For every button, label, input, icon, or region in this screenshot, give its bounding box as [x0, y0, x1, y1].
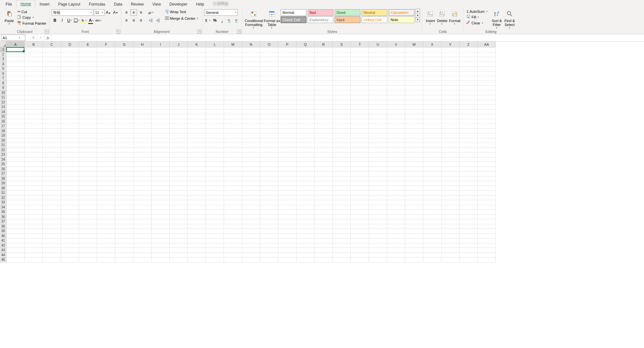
align-right-button[interactable]: ≡ — [138, 17, 144, 24]
tab-developer[interactable]: Developer — [165, 0, 192, 8]
align-left-button[interactable]: ≡ — [123, 17, 130, 24]
insert-caret-icon: ▾ — [430, 23, 431, 25]
align-center-button[interactable]: ≡ — [130, 17, 137, 24]
percent-button[interactable]: % — [211, 17, 218, 24]
increase-font-button[interactable]: A▲ — [105, 9, 112, 16]
tab-view[interactable]: View — [148, 0, 165, 8]
number-launcher[interactable]: ↘ — [237, 30, 241, 34]
copy-icon — [17, 15, 21, 20]
group-clipboard: Paste ▾ ✂ Cut Copy ▾ Format Painter — [0, 8, 50, 34]
svg-rect-21 — [252, 12, 253, 13]
merge-icon — [165, 16, 169, 21]
increase-decimal-button[interactable]: .00 — [226, 17, 233, 24]
phonetic-guide-button[interactable]: abc — [95, 17, 102, 24]
copy-button[interactable]: Copy ▾ — [16, 15, 47, 20]
align-top-button[interactable]: ≡ — [123, 9, 130, 16]
insert-cells-button[interactable]: + Insert▾ — [424, 9, 436, 25]
find-icon — [505, 9, 514, 18]
group-number: General▾ $ % , .00 .00 Number ↘ — [202, 8, 242, 34]
border-button[interactable] — [73, 17, 80, 24]
delete-cells-label: Delete — [437, 19, 448, 23]
merge-center-button[interactable]: Merge & Center ▾ — [164, 16, 200, 21]
wrap-text-label: Wrap Text — [170, 10, 186, 14]
tab-data[interactable]: Data — [110, 0, 126, 8]
find-select-button[interactable]: Find & Select▾ — [503, 9, 516, 29]
fill-button[interactable]: Fill ▾ — [465, 14, 489, 20]
increase-indent-button[interactable] — [155, 17, 161, 24]
tab-help[interactable]: Help — [192, 0, 209, 8]
format-painter-button[interactable]: Format Painter — [16, 21, 47, 26]
cell-style-good[interactable]: Good — [335, 9, 360, 16]
font-launcher[interactable]: ↘ — [116, 30, 120, 34]
accounting-format-button[interactable]: $ — [204, 17, 211, 24]
conditional-formatting-button[interactable]: Conditional Formatting▾ — [244, 9, 263, 29]
paste-button[interactable]: Paste ▾ — [2, 9, 16, 25]
cell-style-neutral[interactable]: Neutral — [362, 9, 387, 16]
cell-style-normal[interactable]: Normal — [281, 9, 306, 16]
format-as-table-button[interactable]: Format as Table▾ — [263, 9, 280, 29]
clear-button[interactable]: Clear ▾ — [465, 20, 489, 26]
tab-insert[interactable]: Insert — [35, 0, 54, 8]
cut-icon: ✂ — [17, 10, 20, 14]
cell-style-check-cell[interactable]: Check Cell — [281, 16, 306, 23]
paste-icon — [5, 9, 14, 18]
insert-cells-label: Insert — [426, 19, 435, 23]
decrease-font-button[interactable]: A▼ — [112, 9, 119, 16]
align-bottom-button[interactable]: ≡ — [138, 9, 144, 16]
insert-function-button[interactable]: fx — [44, 34, 52, 41]
cell-style-linked-cell[interactable]: Linked Cell — [362, 16, 387, 23]
cell-style-explanatory-[interactable]: Explanatory … — [308, 16, 333, 23]
delete-cells-button[interactable]: × Delete▾ — [436, 9, 448, 25]
format-cells-label: Format — [449, 19, 461, 23]
font-color-button[interactable]: A — [88, 17, 95, 24]
number-format-combo[interactable]: General▾ — [204, 9, 238, 16]
fill-caret-icon: ▾ — [477, 16, 480, 18]
alignment-launcher[interactable]: ↘ — [197, 30, 201, 34]
gallery-more-button[interactable]: ▾ — [416, 17, 420, 22]
tab-addins[interactable]: 百度网盘 — [209, 0, 233, 8]
cell-style-calculation[interactable]: Calculation — [389, 9, 414, 16]
decrease-decimal-button[interactable]: .00 — [233, 17, 240, 24]
tab-review[interactable]: Review — [126, 0, 148, 8]
comma-button[interactable]: , — [219, 17, 225, 24]
tab-page-layout[interactable]: Page Layout — [54, 0, 84, 8]
font-size-combo[interactable]: 11▾ — [94, 9, 104, 16]
gallery-up-button[interactable]: ▴ — [416, 9, 420, 13]
name-box[interactable]: ▾ — [1, 35, 25, 41]
italic-button[interactable]: I — [59, 17, 66, 24]
sort-filter-button[interactable]: AZ Sort & Filter▾ — [490, 9, 503, 29]
group-styles: Conditional Formatting▾ Format as Table▾… — [242, 8, 422, 34]
tab-home[interactable]: Home — [16, 0, 35, 8]
cell-styles-gallery: NormalBadGoodNeutralCalculationCheck Cel… — [280, 9, 415, 23]
cut-button[interactable]: ✂ Cut — [16, 9, 47, 14]
cell-style-note[interactable]: Note — [389, 16, 414, 23]
tab-file[interactable]: File — [1, 0, 16, 8]
format-cells-button[interactable]: Format▾ — [448, 9, 461, 25]
clipboard-launcher[interactable]: ↘ — [45, 30, 49, 34]
svg-rect-2 — [9, 13, 12, 16]
underline-button[interactable]: U — [66, 17, 73, 24]
bold-button[interactable]: B — [52, 17, 58, 24]
svg-rect-8 — [81, 22, 85, 22]
cell-style-input[interactable]: Input — [335, 16, 360, 23]
cell-style-bad[interactable]: Bad — [308, 9, 333, 16]
orientation-button[interactable]: ab — [148, 9, 154, 16]
enter-formula-button[interactable]: ✓ — [37, 34, 44, 41]
fat-caret-icon: ▾ — [271, 27, 272, 29]
gallery-down-button[interactable]: ▾ — [416, 13, 420, 17]
format-painter-icon — [17, 21, 21, 26]
font-name-combo[interactable]: 等线▾ — [52, 9, 93, 16]
decrease-indent-button[interactable] — [148, 17, 154, 24]
tab-formulas[interactable]: Formulas — [85, 0, 110, 8]
name-box-input[interactable] — [1, 36, 18, 40]
cancel-formula-button[interactable]: ✕ — [30, 34, 37, 41]
find-caret-icon: ▾ — [509, 27, 510, 29]
wrap-text-button[interactable]: Wrap Text — [164, 9, 200, 14]
autosum-button[interactable]: Σ AutoSum ▾ — [465, 9, 489, 14]
svg-text:.00: .00 — [235, 19, 238, 21]
formula-input[interactable] — [52, 34, 644, 41]
fill-color-button[interactable] — [81, 17, 87, 24]
align-middle-button[interactable]: ≡ — [130, 9, 137, 16]
font-name-value: 等线 — [53, 10, 90, 15]
svg-rect-5 — [18, 21, 20, 23]
